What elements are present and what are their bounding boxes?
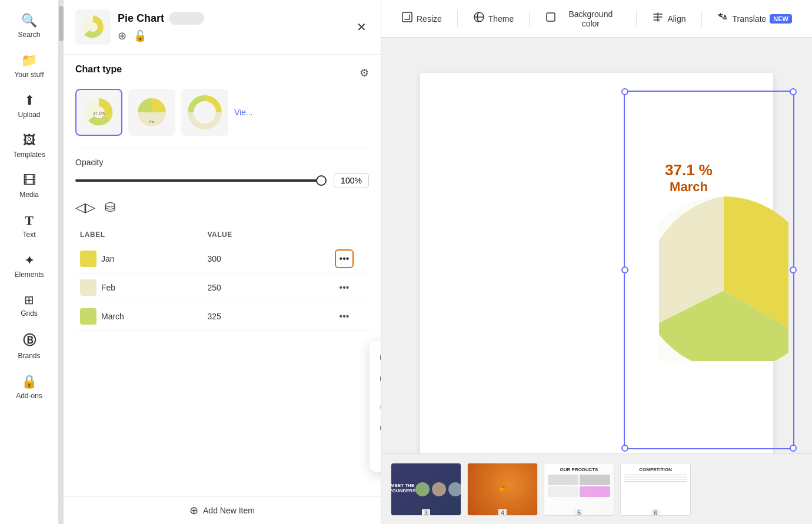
color-swatch-feb[interactable] — [80, 279, 96, 296]
sidebar-item-text[interactable]: T Text — [0, 206, 58, 246]
opacity-input[interactable]: 100% — [334, 173, 369, 188]
color-swatch-jan[interactable] — [80, 251, 96, 267]
bg-color-button[interactable]: Background color — [537, 5, 629, 33]
elements-icon: ✦ — [24, 253, 35, 268]
sidebar-item-search[interactable]: 🔍 Search — [0, 6, 58, 46]
slide-num-6: 6 — [651, 509, 660, 516]
media-icon: 🎞 — [23, 173, 36, 188]
opacity-section: Opacity 100% — [75, 158, 369, 188]
chart-type-section: Chart type ⚙ — [75, 64, 369, 82]
row-label-jan: Jan — [80, 251, 208, 267]
row-value-jan[interactable]: 300 — [208, 254, 335, 263]
table-row: March 325 ••• — [75, 302, 369, 331]
panel-pill — [169, 12, 204, 25]
panel-header: Pie Chart ⊕ 🔓 ✕ — [64, 0, 381, 55]
new-badge: NEW — [770, 14, 792, 24]
sep1 — [457, 11, 458, 27]
dots-icon-feb: ••• — [340, 282, 350, 293]
theme-icon — [473, 11, 485, 26]
menu-delete-row[interactable]: Delete Row — [370, 443, 381, 468]
slide-num-5: 5 — [575, 509, 583, 516]
opacity-slider[interactable] — [75, 179, 327, 182]
filmstrip-slide-3[interactable]: MEET THE FOUNDERS 3 — [391, 463, 461, 516]
chart-percentage: 37.1 % — [665, 161, 713, 179]
text-icon: T — [25, 213, 34, 228]
chart-type-pie1[interactable]: 37.1% — [75, 89, 122, 136]
brands-icon: Ⓑ — [23, 332, 36, 349]
sep2 — [529, 11, 530, 27]
filter-icon[interactable]: ⚙ — [360, 66, 369, 79]
align-icon — [652, 11, 664, 26]
pie-chart-canvas[interactable]: 37.1 % March — [659, 126, 788, 363]
color-swatch-march[interactable] — [80, 308, 96, 325]
row-value-feb[interactable]: 250 — [208, 283, 335, 292]
translate-button[interactable]: Translate NEW — [708, 7, 800, 30]
row-label-march: March — [80, 308, 208, 325]
table-row: Feb 250 ••• — [75, 273, 369, 302]
sidebar-item-media[interactable]: 🎞 Media — [0, 166, 58, 206]
row-menu-feb[interactable]: ••• — [335, 278, 354, 297]
handle-bottom-right[interactable] — [790, 445, 797, 452]
sidebar: 🔍 Search 📁 Your stuff ⬆ Upload 🖼 Templat… — [0, 0, 59, 524]
header-value: VALUE — [208, 231, 335, 239]
sidebar-scrollbar[interactable] — [59, 0, 64, 524]
handle-mid-right[interactable] — [790, 266, 797, 273]
templates-icon: 🖼 — [23, 133, 36, 148]
add-new-item-button[interactable]: ⊕ Add New Item — [64, 496, 381, 524]
divider1 — [75, 148, 369, 148]
row-menu-jan[interactable]: ••• — [335, 249, 354, 268]
data-table: LABEL VALUE Jan 300 ••• Feb — [75, 227, 369, 331]
toolbar: Resize Theme Background color — [381, 0, 812, 38]
row-menu-march[interactable]: ••• — [335, 307, 354, 326]
sidebar-item-add-ons[interactable]: 🔒 Add-ons — [0, 367, 58, 407]
row-label-feb: Feb — [80, 279, 208, 296]
handle-top-right[interactable] — [790, 88, 797, 95]
align-button[interactable]: Align — [644, 6, 694, 31]
row-value-march[interactable]: 325 — [208, 312, 335, 321]
sep4 — [701, 11, 702, 27]
chart-type-donut[interactable] — [181, 89, 228, 136]
menu-move-row-above: Move Row Above — [370, 394, 381, 419]
chart-type-pie2[interactable]: Pie — [128, 89, 175, 136]
addons-icon: 🔒 — [21, 374, 37, 389]
resize-button[interactable]: Resize — [393, 6, 450, 31]
sidebar-item-your-stuff[interactable]: 📁 Your stuff — [0, 46, 58, 86]
search-icon: 🔍 — [21, 13, 37, 28]
slider-thumb[interactable] — [316, 175, 327, 186]
filmstrip-slide-5[interactable]: OUR PRODUCTS 5 — [544, 463, 614, 516]
slide-num-4: 4 — [498, 509, 507, 516]
sidebar-item-brands[interactable]: Ⓑ Brands — [0, 325, 58, 367]
sidebar-item-grids[interactable]: ⊞ Grids — [0, 286, 58, 325]
dots-icon-march: ••• — [340, 311, 350, 322]
pie2-svg: Pie — [134, 95, 169, 130]
chart-panel: Pie Chart ⊕ 🔓 ✕ Chart type ⚙ — [64, 0, 381, 524]
theme-button[interactable]: Theme — [465, 6, 523, 31]
animation-icon[interactable]: ◁▷ — [75, 200, 95, 215]
svg-rect-10 — [402, 12, 412, 22]
sidebar-item-templates[interactable]: 🖼 Templates — [0, 126, 58, 166]
sep3 — [636, 11, 637, 27]
lock-icon[interactable]: 🔓 — [134, 29, 147, 42]
sidebar-item-elements[interactable]: ✦ Elements — [0, 246, 58, 286]
bg-color-icon — [545, 11, 557, 26]
view-more-label[interactable]: Vie... — [234, 108, 253, 117]
close-button[interactable]: ✕ — [354, 18, 369, 36]
opacity-row: 100% — [75, 173, 369, 188]
sidebar-item-upload[interactable]: ⬆ Upload — [0, 86, 58, 126]
menu-add-item-below[interactable]: Add Item Below — [370, 369, 381, 394]
dots-icon-jan: ••• — [340, 253, 350, 264]
filmstrip-slide-4[interactable]: 🍊 4 — [467, 463, 538, 516]
header-label: LABEL — [80, 231, 208, 239]
menu-add-item-above[interactable]: Add Item Above — [370, 345, 381, 369]
table-row: Jan 300 ••• — [75, 245, 369, 273]
pie1-svg: 37.1% — [81, 95, 117, 130]
grids-icon: ⊞ — [24, 293, 34, 307]
menu-move-row-below[interactable]: Move Row Below — [370, 419, 381, 443]
chart-month: March — [665, 179, 713, 195]
copy-icon[interactable]: ⊕ — [118, 29, 127, 42]
translate-icon — [717, 12, 728, 25]
context-menu: Add Item Above Add Item Below Move Row A… — [370, 341, 381, 472]
folder-icon: 📁 — [21, 53, 37, 68]
data-icon[interactable]: ⛁ — [105, 200, 115, 215]
filmstrip-slide-6[interactable]: COMPETITION 6 — [620, 463, 691, 516]
